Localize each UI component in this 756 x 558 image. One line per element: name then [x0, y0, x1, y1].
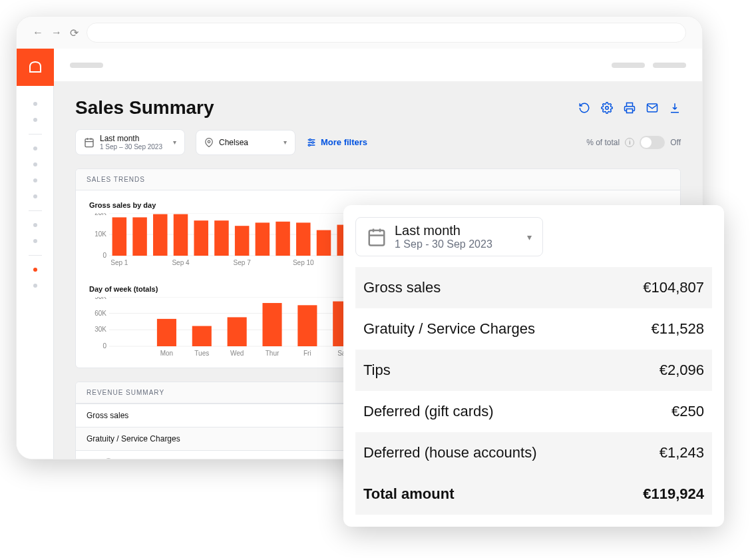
svg-rect-48 — [297, 306, 317, 347]
pct-of-total-toggle[interactable] — [640, 136, 665, 149]
location-icon — [204, 138, 214, 147]
sidebar-item-active[interactable] — [33, 268, 37, 272]
svg-text:10K: 10K — [94, 230, 106, 238]
svg-rect-3 — [85, 139, 93, 147]
popover-row-label: Tips — [363, 362, 391, 379]
svg-text:Tues: Tues — [194, 350, 209, 357]
revenue-row-label: Tips i — [87, 457, 113, 459]
svg-rect-20 — [174, 214, 188, 256]
popover-date-label: Last month — [395, 223, 492, 238]
topbar-skel — [612, 63, 645, 68]
svg-text:0: 0 — [102, 342, 106, 350]
revenue-row-label: Gross sales — [87, 411, 128, 420]
chevron-down-icon: ▾ — [284, 139, 287, 146]
popover-date-filter[interactable]: Last month 1 Sep - 30 Sep 2023 ▾ — [355, 217, 543, 256]
undo-icon[interactable] — [578, 102, 590, 114]
svg-rect-22 — [214, 221, 229, 256]
url-input[interactable] — [87, 23, 686, 43]
topbar-skel — [653, 63, 686, 68]
sidebar-item[interactable] — [33, 178, 37, 182]
filter-bar: Last month 1 Sep – 30 Sep 2023 ▾ Chelsea… — [75, 129, 681, 155]
svg-text:Sep 1: Sep 1 — [110, 259, 128, 266]
svg-rect-1 — [627, 109, 633, 113]
svg-rect-45 — [192, 326, 212, 346]
more-filters-label: More filters — [321, 137, 367, 147]
sidebar-item[interactable] — [33, 284, 37, 288]
popover-row-value: €104,807 — [643, 279, 704, 296]
svg-rect-44 — [157, 319, 176, 346]
printer-icon[interactable] — [624, 102, 636, 114]
svg-rect-21 — [194, 221, 208, 256]
gear-icon[interactable] — [601, 102, 613, 114]
svg-text:Sep 4: Sep 4 — [172, 259, 190, 266]
svg-text:Thur: Thur — [266, 350, 280, 357]
popover-row-value: €2,096 — [660, 362, 704, 379]
svg-text:Fri: Fri — [303, 350, 311, 357]
sidebar-item[interactable] — [33, 239, 37, 243]
sidebar-item[interactable] — [33, 194, 37, 198]
svg-rect-58 — [369, 230, 385, 246]
sidebar-divider — [29, 210, 42, 211]
svg-text:30K: 30K — [94, 326, 106, 334]
more-filters-button[interactable]: More filters — [306, 137, 367, 148]
popover-row-label: Gratuity / Service Charges — [363, 320, 535, 338]
topbar — [54, 49, 702, 81]
location-filter-value: Chelsea — [219, 138, 248, 147]
date-filter[interactable]: Last month 1 Sep – 30 Sep 2023 ▾ — [75, 129, 185, 155]
forward-icon[interactable]: → — [51, 27, 62, 39]
info-icon[interactable]: i — [625, 138, 634, 147]
sales-trends-header: SALES TRENDS — [76, 169, 680, 190]
location-filter[interactable]: Chelsea ▾ — [196, 130, 295, 155]
topbar-skel — [70, 63, 103, 68]
browser-toolbar: ← → ⟳ — [17, 17, 702, 49]
svg-rect-26 — [296, 223, 311, 256]
sidebar-item[interactable] — [33, 162, 37, 166]
page-title: Sales Summary — [75, 97, 214, 119]
date-filter-label: Last month — [100, 134, 162, 143]
popover-row: Deferred (house accounts)€1,243 — [355, 432, 712, 473]
sidebar-item[interactable] — [33, 223, 37, 227]
svg-point-4 — [208, 140, 210, 143]
popover-row: Tips€2,096 — [355, 350, 712, 391]
svg-text:Wed: Wed — [230, 350, 244, 357]
popover-row-value: €11,528 — [651, 320, 704, 338]
popover-row: Gratuity / Service Charges€11,528 — [355, 308, 712, 350]
svg-text:60K: 60K — [94, 310, 106, 317]
svg-text:0: 0 — [102, 252, 106, 259]
svg-point-0 — [606, 107, 609, 110]
sidebar-divider — [29, 134, 42, 135]
popover-row-value: €1,243 — [660, 444, 704, 461]
chevron-down-icon: ▾ — [173, 139, 176, 146]
svg-point-10 — [308, 144, 310, 146]
total-label: Total amount — [363, 485, 454, 503]
popover-row-value: €250 — [671, 403, 704, 420]
svg-rect-47 — [262, 304, 282, 347]
svg-rect-24 — [256, 223, 270, 256]
svg-point-8 — [309, 139, 311, 141]
sidebar-item[interactable] — [33, 102, 37, 106]
svg-point-9 — [312, 142, 314, 144]
sliders-icon — [306, 137, 317, 148]
revenue-row-label: Gratuity / Service Charges — [87, 434, 180, 443]
svg-text:90K: 90K — [94, 297, 106, 300]
sidebar-item[interactable] — [33, 118, 37, 122]
popover-row-label: Gross sales — [363, 279, 441, 296]
popover-row-label: Deferred (house accounts) — [363, 444, 536, 461]
brand-logo[interactable] — [17, 49, 54, 86]
date-filter-range: 1 Sep – 30 Sep 2023 — [100, 143, 162, 150]
svg-rect-19 — [153, 214, 168, 256]
download-icon[interactable] — [669, 102, 681, 114]
info-icon[interactable]: i — [104, 458, 113, 459]
svg-rect-18 — [132, 218, 147, 256]
sidebar-divider — [29, 255, 42, 256]
svg-rect-46 — [228, 318, 247, 347]
sidebar-item[interactable] — [33, 146, 37, 150]
svg-rect-17 — [112, 218, 127, 256]
svg-text:Sep 7: Sep 7 — [234, 259, 252, 266]
back-icon[interactable]: ← — [33, 27, 43, 39]
svg-text:Mon: Mon — [160, 350, 173, 357]
sidebar-nav — [29, 86, 42, 288]
mail-icon[interactable] — [646, 102, 658, 114]
reload-icon[interactable]: ⟳ — [70, 27, 79, 39]
svg-rect-23 — [235, 226, 250, 256]
